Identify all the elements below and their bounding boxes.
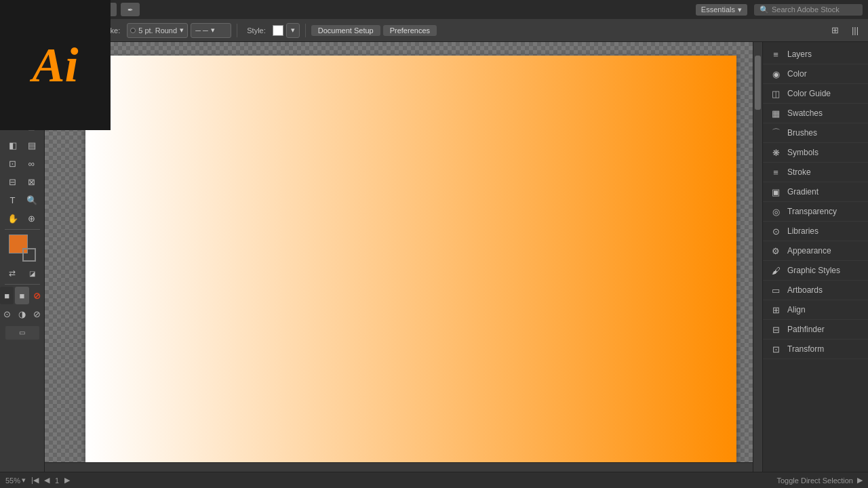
swap-colors-icon[interactable]: ⇄ [3, 264, 21, 282]
style-color-box[interactable] [273, 25, 283, 36]
panel-item-gradient[interactable]: ▣ Gradient [763, 182, 868, 202]
tool-divider-2 [5, 284, 40, 285]
chevron-down-icon: ▾ [180, 26, 184, 35]
panel-item-align[interactable]: ⊞ Align [763, 300, 868, 320]
bar-chart-tool[interactable]: ▤ [23, 136, 41, 154]
fill-none-slash[interactable]: ⊘ [31, 287, 44, 304]
blend-tool[interactable]: ∞ [23, 155, 41, 172]
none-mode-icon[interactable]: ⊘ [31, 305, 44, 323]
panel-icon: ≡ [770, 48, 782, 60]
panel-icon: ◎ [770, 205, 782, 218]
panel-item-brushes[interactable]: ⌒ Brushes [763, 123, 868, 143]
nav-first-icon[interactable]: |◀ [31, 476, 39, 485]
pen-icon[interactable]: ✒ [121, 3, 140, 16]
panel-item-swatches[interactable]: ▦ Swatches [763, 104, 868, 123]
panel-icon: ⚙ [770, 245, 782, 257]
adobe-stock-search[interactable]: 🔍 Search Adobe Stock [754, 4, 863, 16]
panel-label: Artboards [787, 285, 823, 295]
type-tool[interactable]: T [4, 191, 22, 209]
nav-next-icon[interactable]: ▶ [64, 476, 70, 485]
panel-icon: ❋ [770, 146, 782, 159]
panel-item-libraries[interactable]: ⊙ Libraries [763, 222, 868, 241]
panel-icon: ⊙ [770, 225, 782, 237]
ai-logo-text: Ai [32, 41, 78, 89]
panel-icon: ◉ [770, 68, 782, 80]
stroke-size-value: 5 pt. Round [138, 26, 177, 35]
panel-label: Transparency [787, 207, 837, 216]
style-label: Style: [243, 22, 270, 39]
panel-label: Color [787, 69, 807, 79]
zoom-control[interactable]: 55% ▾ [5, 476, 26, 485]
toolbar-separator-1 [237, 24, 237, 37]
panel-item-color-guide[interactable]: ◫ Color Guide [763, 84, 868, 104]
panel-item-symbols[interactable]: ❋ Symbols [763, 143, 868, 163]
status-bar: 55% ▾ |◀ ◀ 1 ▶ Toggle Direct Selection ▶ [0, 472, 868, 488]
gradient-tool[interactable]: ◧ [4, 136, 22, 154]
arrange-panels-icon[interactable]: ||| [846, 22, 864, 39]
panel-options-icon[interactable]: ⊞ [826, 22, 844, 39]
panel-item-pathfinder[interactable]: ⊟ Pathfinder [763, 320, 868, 340]
chevron-down-icon: ▾ [22, 476, 26, 485]
panel-icon: ▭ [770, 284, 782, 296]
toggle-arrow-icon[interactable]: ▶ [857, 476, 863, 485]
slice-tool[interactable]: ⊠ [23, 173, 41, 190]
panel-item-transparency[interactable]: ◎ Transparency [763, 202, 868, 222]
panel-item-stroke[interactable]: ≡ Stroke [763, 163, 868, 182]
eyedropper-tool[interactable]: ⊡ [4, 155, 22, 172]
artboard-tool[interactable]: ⊟ [4, 173, 22, 190]
stroke-size-input[interactable]: 5 pt. Round ▾ [127, 23, 188, 38]
panel-label: Pathfinder [787, 325, 825, 334]
ai-splash-overlay: Ai [0, 0, 111, 130]
panel-icon: ⊡ [770, 343, 782, 355]
stroke-options-dropdown[interactable]: ─ ─ ▾ [191, 23, 231, 38]
options-toolbar: No Selection ▾ Stroke: 5 pt. Round ▾ ─ ─… [0, 19, 868, 42]
panel-label: Color Guide [787, 89, 831, 98]
essentials-button[interactable]: Essentials ▾ [696, 4, 747, 16]
default-colors-icon[interactable]: ◪ [24, 264, 41, 282]
title-bar: Br St ⊞ ✒ Essentials ▾ 🔍 Search Adobe St… [0, 0, 868, 19]
canvas-area [45, 42, 762, 472]
zoom-out-tool[interactable]: ⊕ [23, 209, 41, 227]
panel-icon: ▣ [770, 186, 782, 198]
panel-label: Swatches [787, 108, 823, 118]
fill-none-gray[interactable]: ■ [15, 287, 28, 304]
panel-item-appearance[interactable]: ⚙ Appearance [763, 241, 868, 261]
panel-item-artboards[interactable]: ▭ Artboards [763, 281, 868, 300]
panel-item-color[interactable]: ◉ Color [763, 64, 868, 84]
preferences-button[interactable]: Preferences [383, 25, 437, 36]
scroll-thumb-v[interactable] [755, 56, 761, 110]
change-screen-mode[interactable]: ▭ [5, 326, 39, 340]
document-setup-button[interactable]: Document Setup [311, 25, 380, 36]
search-icon: 🔍 [760, 5, 769, 14]
color-mode-icon[interactable]: ⊙ [0, 305, 14, 323]
vertical-scrollbar[interactable] [753, 42, 762, 472]
horizontal-scrollbar[interactable] [45, 462, 753, 472]
zoom-tool[interactable]: 🔍 [23, 191, 41, 209]
nav-prev-icon[interactable]: ◀ [44, 476, 50, 485]
stroke-swatch[interactable] [22, 248, 36, 262]
panel-icon: ▦ [770, 107, 782, 119]
panel-label: Brushes [787, 128, 817, 138]
stroke-options-placeholder: ─ ─ [195, 26, 208, 35]
panel-icon: ◫ [770, 87, 782, 100]
style-dropdown[interactable]: ▾ [286, 23, 300, 38]
artboard-number: 1 [55, 476, 59, 485]
panel-item-graphic-styles[interactable]: 🖌 Graphic Styles [763, 261, 868, 281]
panel-label: Libraries [787, 226, 818, 236]
hand-tool[interactable]: ✋ [4, 209, 22, 227]
panel-item-transform[interactable]: ⊡ Transform [763, 340, 868, 359]
chevron-down-icon: ▾ [738, 5, 742, 14]
panel-icon: ≡ [770, 166, 782, 178]
panel-label: Stroke [787, 167, 811, 177]
fill-stroke-swatches[interactable] [9, 235, 36, 262]
fill-none-black[interactable]: ■ [0, 287, 14, 304]
panel-label: Gradient [787, 187, 818, 197]
right-panel: ≡ Layers ◉ Color ◫ Color Guide ▦ Swatche… [762, 42, 868, 472]
panel-label: Symbols [787, 148, 818, 157]
panel-label: Appearance [787, 246, 831, 256]
gradient-mode-icon[interactable]: ◑ [15, 305, 28, 323]
panel-item-layers[interactable]: ≡ Layers [763, 45, 868, 64]
panel-icon: ⊞ [770, 304, 782, 316]
panel-icon: 🖌 [770, 264, 782, 277]
search-placeholder: Search Adobe Stock [772, 5, 840, 14]
